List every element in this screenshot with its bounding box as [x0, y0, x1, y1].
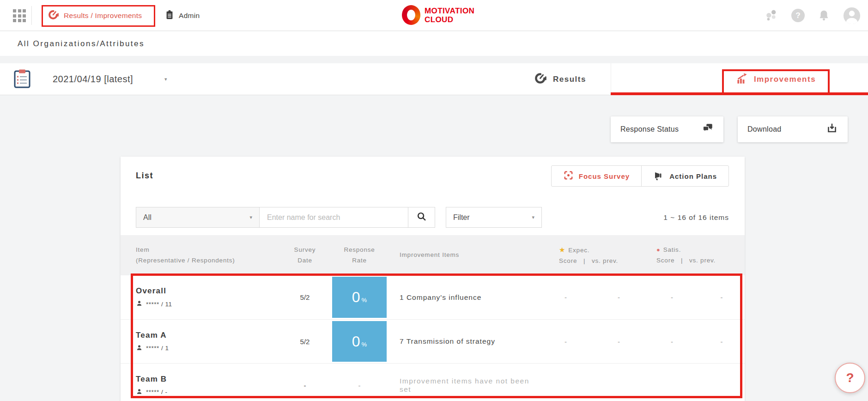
star-icon: ★ [559, 246, 565, 254]
survey-date-picker[interactable]: 2021/04/19 [latest] ▾ [14, 63, 167, 95]
filter-dropdown[interactable]: Filter ▾ [446, 207, 542, 228]
filter-row: All ▾ Filter ▾ 1 ~ 16 of 16 items [136, 207, 729, 228]
top-header: Results / Improvements Admin MOTIVATION … [0, 0, 868, 31]
table-row[interactable]: Team A ***** / 1 5/2 0% 7 Transmission o… [121, 319, 745, 363]
chevron-down-icon: ▾ [532, 214, 534, 220]
row-respondents: ***** / 11 [136, 300, 278, 308]
row-respondents: ***** / - [136, 388, 278, 396]
megaphone-icon [653, 170, 664, 182]
logo-ring-icon [402, 5, 420, 25]
download-label: Download [747, 125, 782, 134]
logo-line2: CLOUD [425, 15, 474, 24]
response-status-button[interactable]: Response Status [611, 116, 723, 142]
nav-results-improvements[interactable]: Results / Improvements [48, 6, 142, 26]
focus-survey-label: Focus Survey [579, 172, 630, 180]
row-respondents: ***** / 1 [136, 344, 278, 352]
logo-line1: MOTIVATION [425, 6, 474, 15]
chevron-down-icon: ▾ [249, 214, 252, 220]
table-row[interactable]: Team B ***** / - - - Improvement items h… [121, 363, 745, 401]
chevron-down-icon: ▾ [164, 76, 167, 82]
avatar[interactable] [843, 7, 861, 24]
response-rate-cell: - [332, 382, 387, 389]
response-rate-cell: 0% [332, 320, 387, 363]
nav-results-improvements-label: Results / Improvements [64, 12, 142, 20]
satis-score-cell: - [645, 293, 698, 301]
section-divider [0, 56, 868, 63]
action-plans-button[interactable]: Action Plans [642, 166, 728, 186]
col-improvement-items-header: Improvement Items [387, 250, 539, 260]
response-rate-badge: 0% [332, 277, 387, 318]
person-icon [136, 344, 143, 352]
search-button[interactable] [408, 207, 435, 228]
tab-results[interactable]: Results [507, 63, 613, 95]
nav-admin[interactable]: Admin [164, 6, 200, 26]
share-nodes-icon[interactable] [765, 9, 778, 23]
person-icon [136, 388, 143, 396]
download-icon [826, 122, 838, 136]
survey-date-label: 2021/04/19 [latest] [53, 74, 133, 85]
col-survey-date-header: Survey Date [278, 245, 332, 266]
row-name: Team B [136, 375, 278, 384]
search-icon [416, 211, 427, 224]
nav-admin-label: Admin [179, 12, 200, 20]
dot-icon: ● [656, 246, 661, 253]
survey-date-cell: - [278, 382, 332, 389]
improvement-items-cell: 7 Transmission of strategy [387, 337, 539, 346]
expec-vs-prev-cell: - [592, 293, 645, 301]
row-name: Overall [136, 286, 278, 296]
table-header: Item (Representative / Respondents) Surv… [121, 235, 745, 275]
header-divider [31, 6, 32, 25]
chart-up-icon [736, 72, 748, 86]
tab-improvements-label: Improvements [754, 75, 816, 84]
active-tab-underline [611, 92, 868, 95]
table-row[interactable]: Overall ***** / 11 5/2 0% 1 Company's in… [121, 275, 745, 319]
table-body: Overall ***** / 11 5/2 0% 1 Company's in… [121, 275, 745, 401]
col-response-rate-header: Response Rate [332, 245, 387, 266]
chat-bubbles-icon [702, 122, 714, 136]
focus-survey-button[interactable]: Focus Survey [552, 166, 642, 186]
survey-tab-bar: 2021/04/19 [latest] ▾ Results Improvemen… [0, 63, 868, 95]
response-rate-cell: 0% [332, 275, 387, 319]
filter-dropdown-value: Filter [453, 213, 470, 222]
all-dropdown-value: All [143, 213, 152, 222]
action-plans-label: Action Plans [669, 172, 717, 180]
apps-grid-icon[interactable] [13, 9, 26, 22]
breadcrumb-bar: All Organizations/Attributes [0, 31, 868, 56]
bell-icon[interactable] [818, 9, 830, 22]
gauge-icon [48, 9, 59, 22]
satis-score-cell: - [645, 338, 698, 346]
list-card: List Focus Survey Action Plans All ▾ [121, 157, 745, 401]
clipboard-icon [164, 10, 175, 22]
expec-score-cell: - [539, 293, 592, 301]
floating-help-button[interactable]: ? [835, 363, 865, 393]
help-icon[interactable]: ? [791, 9, 805, 22]
all-dropdown[interactable]: All ▾ [136, 207, 260, 228]
response-rate-badge: 0% [332, 321, 387, 362]
satis-vs-prev-cell: - [698, 293, 745, 301]
header-icons: ? [765, 0, 861, 31]
gauge-icon [534, 72, 547, 86]
items-count: 1 ~ 16 of 16 items [663, 213, 729, 222]
response-status-label: Response Status [620, 125, 679, 134]
person-icon [136, 300, 143, 308]
satis-vs-prev-cell: - [698, 338, 745, 346]
col-expectation-header: ★Expec. Score | vs. prev. [539, 244, 645, 266]
col-item-header: Item (Representative / Respondents) [121, 245, 278, 266]
row-name: Team A [136, 331, 278, 340]
breadcrumb: All Organizations/Attributes [18, 39, 145, 49]
focus-icon [563, 170, 574, 182]
motivation-cloud-app: Results / Improvements Admin MOTIVATION … [0, 0, 868, 401]
download-button[interactable]: Download [738, 116, 848, 142]
search-input[interactable] [260, 207, 408, 228]
survey-clipboard-icon [14, 69, 30, 90]
expec-score-cell: - [539, 338, 592, 346]
col-satisfaction-header: ●Satis. Score | vs. prev. [645, 245, 745, 266]
improvement-items-cell: 1 Company's influence [387, 293, 539, 302]
improvement-items-cell: Improvement items have not been set [387, 377, 539, 394]
list-actions: Focus Survey Action Plans [551, 165, 729, 187]
survey-date-cell: 5/2 [278, 338, 332, 346]
tab-improvements[interactable]: Improvements [722, 63, 830, 95]
survey-date-cell: 5/2 [278, 293, 332, 301]
tab-results-label: Results [553, 75, 586, 84]
motivation-cloud-logo: MOTIVATION CLOUD [402, 5, 474, 25]
